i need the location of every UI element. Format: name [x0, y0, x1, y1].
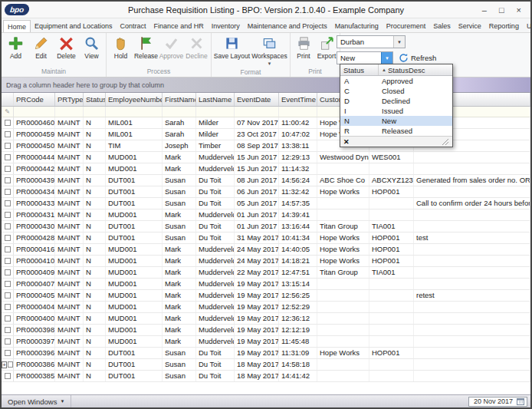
table-row[interactable]: PR0000444MAINTNMUD001MarkMudderveld15 Ju…	[2, 152, 530, 163]
row-checkbox[interactable]	[5, 212, 11, 218]
view-button[interactable]: View	[79, 34, 104, 60]
row-checkbox[interactable]	[5, 338, 11, 345]
column-header-employeenumber[interactable]: EmployeeNumber	[106, 93, 163, 106]
expand-icon[interactable]: +	[2, 361, 7, 368]
table-row[interactable]: PR0000434MAINTNDUT001SusanDu Toit06 Jun …	[2, 186, 530, 198]
tab-maintenance-and-projects[interactable]: Maintenance and Projects	[244, 20, 331, 32]
close-icon[interactable]: ×	[517, 5, 521, 15]
open-windows-button[interactable]: Open Windows ▼	[2, 395, 71, 407]
status-option-new[interactable]: NNew	[340, 116, 452, 126]
table-row[interactable]: PR0000385MAINTNDUT001SusanDu Toit18 May …	[2, 371, 530, 382]
table-row[interactable]: PR0000410MAINTNMUD001MarkMudderveld24 Ma…	[2, 256, 530, 267]
tab-sales[interactable]: Sales	[429, 20, 455, 32]
table-row[interactable]: PR0000430MAINTNDUT001SusanDu Toit01 Jun …	[2, 221, 530, 233]
table-row[interactable]: PR0000409MAINTNMUD001MarkMudderveld22 Ma…	[2, 267, 530, 279]
row-checkbox[interactable]	[5, 269, 11, 275]
minimize-icon[interactable]: –	[482, 5, 487, 15]
row-checkbox[interactable]	[8, 361, 13, 368]
save-layout-button[interactable]: Save Layout	[213, 34, 251, 60]
column-header-status[interactable]: Status	[84, 93, 106, 106]
column-header-firstname[interactable]: FirstName	[163, 93, 196, 106]
row-checkbox[interactable]	[5, 131, 11, 137]
filter-cell-eventtime[interactable]	[279, 107, 317, 117]
export-button[interactable]: Export	[315, 34, 338, 60]
status-option-closed[interactable]: CClosed	[340, 86, 452, 96]
table-row[interactable]: PR0000400MAINTNMUD001MarkMudderveld19 Ma…	[2, 313, 530, 325]
row-checkbox[interactable]	[5, 315, 11, 322]
table-row[interactable]: PR0000439MAINTNDUT001SusanDu Toit08 Jun …	[2, 175, 530, 186]
table-row[interactable]: PR0000396MAINTNDUT001SusanDu Toit19 May …	[2, 348, 530, 359]
table-row[interactable]: PR0000407MAINTNMUD001MarkMudderveld19 Ma…	[2, 279, 530, 290]
status-combo-dropdown-icon[interactable]: ▼	[381, 52, 392, 64]
column-header-prtype[interactable]: PRType	[55, 93, 84, 106]
tab-contract[interactable]: Contract	[117, 20, 150, 32]
table-row[interactable]: PR0000398MAINTNMUD001MarkMudderveld19 Ma…	[2, 325, 530, 336]
row-checkbox[interactable]	[5, 223, 11, 229]
filter-cell-status[interactable]	[84, 107, 106, 117]
tab-inventory[interactable]: Inventory	[208, 20, 244, 32]
row-checkbox[interactable]	[5, 177, 11, 183]
add-button[interactable]: Add	[3, 34, 28, 60]
row-checkbox[interactable]	[5, 373, 11, 379]
table-row[interactable]: PR0000431MAINTNMUD001MarkMudderveld01 Ju…	[2, 209, 530, 221]
row-checkbox[interactable]	[5, 200, 11, 206]
filter-cell-prtype[interactable]	[55, 107, 84, 117]
delete-button[interactable]: Delete	[54, 34, 79, 60]
table-row[interactable]: PR0000433MAINTNDUT001SusanDu Toit05 Jun …	[2, 198, 530, 209]
tab-equipment-and-locations[interactable]: Equipment and Locations	[31, 20, 117, 32]
site-combo[interactable]: Durban ▼	[337, 35, 406, 48]
table-row[interactable]: PR0000405MAINTNMUD001MarkMudderveld19 Ma…	[2, 290, 530, 302]
tab-finance-and-hr[interactable]: Finance and HR	[150, 20, 208, 32]
site-combo-dropdown-icon[interactable]: ▼	[393, 36, 405, 48]
table-row[interactable]: PR0000404MAINTNMUD001MarkMudderveld19 Ma…	[2, 302, 530, 313]
refresh-button[interactable]: Refresh	[399, 53, 436, 63]
row-checkbox[interactable]	[5, 327, 11, 333]
table-row[interactable]: PR0000428MAINTNDUT001SusanDu Toit31 May …	[2, 233, 530, 244]
date-picker[interactable]: 20 Nov 2017	[468, 397, 527, 407]
popup-column-header-status[interactable]: Status	[340, 64, 379, 75]
row-checkbox[interactable]	[5, 350, 11, 356]
tab-service[interactable]: Service	[455, 20, 485, 32]
table-row[interactable]: PR0000397MAINTNMUD001MarkMudderveld19 Ma…	[2, 336, 530, 348]
column-header-eventtime[interactable]: EventTime	[279, 93, 317, 106]
workspaces-dropdown-icon[interactable]: ▼	[268, 60, 272, 68]
table-row[interactable]: +PR0000386MAINTNDUT001SusanDu Toit18 May…	[2, 359, 530, 371]
row-checkbox[interactable]	[5, 304, 11, 310]
row-checkbox[interactable]	[5, 246, 11, 252]
maximize-icon[interactable]: □	[499, 5, 504, 15]
status-option-issued[interactable]: IIssued	[340, 106, 452, 116]
row-checkbox[interactable]	[5, 235, 11, 241]
column-header-lastname[interactable]: LastName	[196, 93, 235, 106]
tab-procurement[interactable]: Procurement	[383, 20, 430, 32]
resize-grip-icon[interactable]	[442, 138, 449, 146]
filter-cell-firstname[interactable]	[163, 107, 196, 117]
column-header-prcode[interactable]: PRCode	[14, 93, 55, 106]
row-checkbox[interactable]	[5, 154, 11, 160]
filter-cell-prcode[interactable]	[14, 107, 55, 117]
table-row[interactable]: PR0000416MAINTNMUD001MarkMudderveld24 Ma…	[2, 244, 530, 256]
status-option-approved[interactable]: AApproved	[340, 76, 452, 86]
row-checkbox[interactable]	[5, 120, 11, 126]
row-checkbox[interactable]	[5, 143, 11, 149]
release-button[interactable]: Release	[133, 34, 159, 60]
column-header-eventdate[interactable]: EventDate	[235, 93, 279, 106]
filter-cell-employeenumber[interactable]	[106, 107, 163, 117]
tab-manufacturing[interactable]: Manufacturing	[331, 20, 383, 32]
row-checkbox[interactable]	[5, 189, 11, 195]
edit-button[interactable]: Edit	[28, 34, 54, 60]
row-checkbox[interactable]	[5, 281, 11, 287]
print-button[interactable]: Print	[292, 34, 315, 60]
status-option-released[interactable]: RReleased	[340, 126, 452, 136]
filter-cell-lastname[interactable]	[196, 107, 235, 117]
row-checkbox[interactable]	[5, 292, 11, 299]
tab-home[interactable]: Home	[3, 20, 31, 32]
workspaces-button[interactable]: Workspaces ▼	[251, 34, 288, 68]
status-combo[interactable]: New ▼	[337, 51, 393, 64]
status-option-declined[interactable]: DDeclined	[340, 96, 452, 106]
clear-filter-icon[interactable]: ✕	[343, 138, 350, 146]
tab-reporting[interactable]: Reporting	[485, 20, 523, 32]
filter-cell-eventdate[interactable]	[235, 107, 279, 117]
table-row[interactable]: PR0000442MAINTNMUD001MarkMudderveld15 Ju…	[2, 163, 530, 175]
row-checkbox[interactable]	[5, 166, 11, 172]
hold-button[interactable]: Hold	[108, 34, 133, 60]
